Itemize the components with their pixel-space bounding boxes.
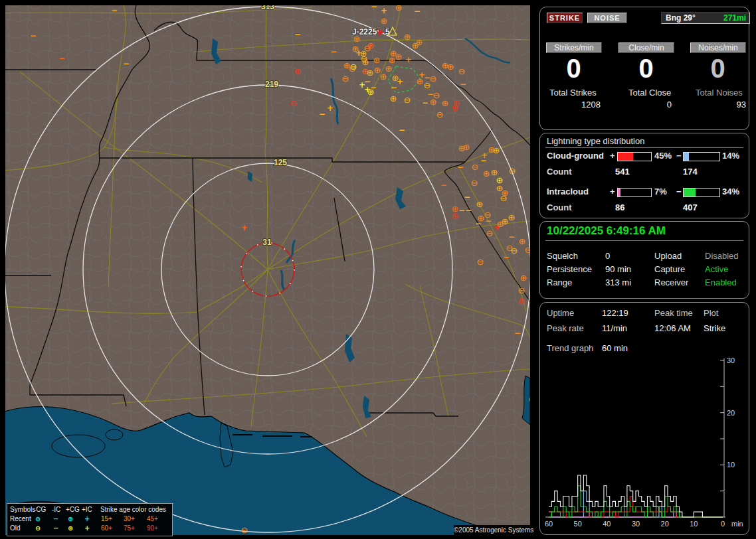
plus-sign: +: [610, 187, 615, 196]
cg-plus-count: 541: [615, 167, 630, 177]
x-tick-label: 40: [603, 520, 611, 528]
x-tick-label: 10: [690, 520, 698, 528]
legend-col-nic: -IC: [52, 505, 60, 514]
x-tick-label: 30: [632, 520, 640, 528]
intracloud-label: Intracloud: [547, 187, 589, 196]
strike-symbol: −: [480, 156, 487, 165]
strike-symbol: ⊕: [390, 94, 397, 104]
plus-sign: +: [610, 151, 615, 161]
capture-status: Active: [705, 264, 728, 274]
cg-minus-bar: [683, 152, 720, 161]
strike-symbol: −: [457, 163, 464, 172]
strike-symbol: ⊕: [395, 5, 403, 13]
strike-symbol: ⊖: [349, 64, 356, 74]
noise-mode-button[interactable]: NOISE: [587, 13, 627, 23]
strike-symbol: ⊕: [493, 145, 500, 155]
total-noises-label: Total Noises: [696, 88, 743, 98]
receiver-status: Enabled: [705, 277, 737, 287]
minus-sign: −: [676, 187, 682, 196]
distribution-title: Lightning type distribution: [547, 136, 644, 146]
noises-per-min-value: 0: [690, 54, 746, 84]
datetime-display: 10/22/2025 6:49:16 AM: [547, 224, 666, 238]
strike-symbol: +: [494, 223, 500, 232]
strike-symbol: ⊕: [373, 55, 381, 65]
cloud-ground-label: Cloud-ground: [547, 151, 604, 161]
minus-sign: −: [676, 151, 682, 161]
age-code: 45+: [147, 514, 158, 523]
strike-symbol: −: [475, 219, 482, 228]
ic-minus-bar: [683, 188, 720, 197]
strike-symbol: ⊕: [508, 212, 516, 222]
strike-symbol: ⊕: [380, 72, 387, 82]
strikes-per-min-header[interactable]: Strikes/min: [546, 42, 602, 53]
counters-box: STRIKE NOISE Bng 29° 271mi Strikes/min C…: [539, 7, 749, 130]
strike-symbol: ⊖: [509, 166, 516, 176]
trend-graph-period: 60 min: [602, 343, 628, 353]
age-code: 60+: [101, 524, 112, 532]
strike-symbol: ⊕: [529, 394, 530, 404]
map-legend: Symbols -CG -IC +CG +IC Strike age color…: [7, 503, 173, 536]
strike-symbol: +: [397, 77, 403, 86]
capture-label: Capture: [654, 264, 685, 274]
ic-plus-bar: [617, 188, 652, 197]
count-label: Count: [547, 167, 572, 177]
trend-graph-label: Trend graph: [547, 343, 593, 353]
strike-symbol: −: [391, 83, 397, 92]
close-per-min-value: 0: [618, 54, 674, 84]
strike-symbol: +: [405, 55, 412, 64]
app-window: −−−−−+⊕−−⊕⊕⊕⊕⊖⊕⊕⊕⊕−+⊕⊕⊖⊕⊕⊕+⊖⊕⊕⊕⊕⊕⊖⊕⊖⊕⊕+−…: [0, 0, 756, 539]
strike-symbol: −: [414, 7, 421, 16]
strike-symbol: −: [503, 253, 510, 262]
noises-per-min-header[interactable]: Noises/min: [690, 42, 746, 53]
strike-symbol: −: [460, 80, 466, 89]
ic-plus-icon: +: [84, 524, 90, 532]
strike-symbol: ⊖: [424, 80, 431, 90]
bearing-range: 271mi: [723, 13, 746, 23]
map-area[interactable]: −−−−−+⊕−−⊕⊕⊕⊕⊖⊕⊕⊕⊕−+⊕⊕⊖⊕⊕⊕+⊖⊕⊕⊕⊕⊕⊖⊕⊖⊕⊕+−…: [5, 5, 530, 535]
trend-graph: 1020306050403020100min: [540, 354, 751, 534]
strike-symbol: ⊖: [486, 228, 494, 238]
strike-symbol: ⊖: [290, 98, 298, 108]
uptime-label: Uptime: [547, 308, 574, 318]
strike-symbol: ⊕: [442, 60, 449, 70]
strike-symbol: ⊕: [367, 87, 375, 97]
strike-symbol: ⊕: [452, 211, 459, 221]
strike-symbol: ⊕: [452, 103, 459, 113]
upload-status: Disabled: [705, 251, 739, 261]
count-label: Count: [547, 202, 572, 212]
status-box: 10/22/2025 6:49:16 AM Squelch 0 Upload D…: [539, 221, 749, 299]
strike-symbol: ⊕: [367, 40, 375, 50]
strike-mode-button[interactable]: STRIKE: [547, 13, 583, 23]
strike-symbol: ⊕: [483, 169, 490, 179]
strike-symbol: ⊖: [342, 74, 349, 84]
strike-symbol: ⊕: [395, 52, 403, 62]
map-canvas[interactable]: −−−−−+⊕−−⊕⊕⊕⊕⊖⊕⊕⊕⊕−+⊕⊕⊖⊕⊕⊕+⊖⊕⊕⊕⊕⊕⊖⊕⊖⊕⊕+−…: [5, 5, 530, 535]
strike-symbol: ⊖: [477, 257, 484, 267]
plot-label: Plot: [704, 308, 718, 318]
strike-symbol: −: [123, 59, 130, 68]
cg-minus-icon: ⊖: [35, 514, 41, 523]
age-code: 75+: [124, 524, 135, 532]
strike-symbol: ⊕: [367, 68, 374, 78]
ic-plus-pct: 7%: [654, 187, 667, 196]
ring-label-125: 125: [274, 158, 287, 167]
age-code: 90+: [147, 524, 158, 532]
total-noises-value: 93: [696, 100, 746, 110]
legend-col-ncg: -CG: [34, 505, 46, 514]
ic-plus-icon: +: [84, 514, 90, 523]
strike-symbol: −: [319, 110, 326, 119]
x-tick-label: 60: [545, 520, 553, 528]
strike-symbol: −: [440, 181, 447, 190]
strike-symbol: ⊖: [404, 95, 411, 105]
range-value: 313 mi: [605, 277, 631, 287]
persistence-value: 90 min: [605, 264, 631, 274]
y-tick-label: 20: [727, 409, 735, 417]
strike-symbol: −: [371, 5, 377, 11]
strike-symbol: ⊖: [361, 54, 368, 64]
strike-symbol: −: [399, 125, 405, 135]
ring-label-219: 219: [265, 80, 278, 89]
close-per-min-header[interactable]: Close/min: [618, 42, 674, 53]
strike-symbol: ⊖: [472, 162, 479, 172]
strike-symbol: −: [465, 206, 472, 215]
total-close-value: 0: [624, 100, 672, 110]
